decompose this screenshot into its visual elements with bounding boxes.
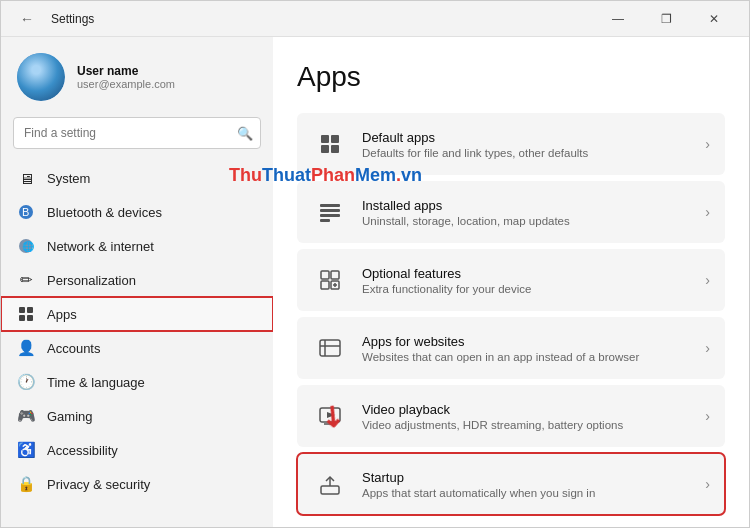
maximize-button[interactable]: ❐ bbox=[643, 1, 689, 37]
accounts-icon: 👤 bbox=[17, 339, 35, 357]
svg-rect-14 bbox=[320, 214, 340, 217]
sidebar-label-gaming: Gaming bbox=[47, 409, 93, 424]
sidebar-label-time: Time & language bbox=[47, 375, 145, 390]
video-playback-chevron: › bbox=[705, 408, 710, 424]
personalization-icon: ✏ bbox=[17, 271, 35, 289]
svg-rect-6 bbox=[19, 315, 25, 321]
apps-websites-text: Apps for websites Websites that can open… bbox=[362, 334, 691, 363]
optional-features-icon bbox=[312, 262, 348, 298]
page-title: Apps bbox=[297, 61, 725, 93]
svg-rect-7 bbox=[27, 315, 33, 321]
settings-item-apps-websites[interactable]: Apps for websites Websites that can open… bbox=[297, 317, 725, 379]
time-icon: 🕐 bbox=[17, 373, 35, 391]
apps-websites-icon bbox=[312, 330, 348, 366]
sidebar-item-privacy[interactable]: 🔒 Privacy & security bbox=[1, 467, 273, 501]
default-apps-desc: Defaults for file and link types, other … bbox=[362, 147, 691, 159]
window-controls: — ❐ ✕ bbox=[595, 1, 737, 37]
gaming-icon: 🎮 bbox=[17, 407, 35, 425]
settings-window: ← Settings — ❐ ✕ User name user@example.… bbox=[0, 0, 750, 528]
installed-apps-icon bbox=[312, 194, 348, 230]
svg-rect-22 bbox=[320, 340, 340, 356]
bluetooth-icon: B bbox=[17, 203, 35, 221]
apps-icon bbox=[17, 305, 35, 323]
title-bar: ← Settings — ❐ ✕ bbox=[1, 1, 749, 37]
sidebar-item-accounts[interactable]: 👤 Accounts bbox=[1, 331, 273, 365]
default-apps-chevron: › bbox=[705, 136, 710, 152]
sidebar-label-apps: Apps bbox=[47, 307, 77, 322]
accessibility-icon: ♿ bbox=[17, 441, 35, 459]
privacy-icon: 🔒 bbox=[17, 475, 35, 493]
svg-rect-5 bbox=[27, 307, 33, 313]
avatar[interactable] bbox=[17, 53, 65, 101]
svg-rect-4 bbox=[19, 307, 25, 313]
main-content: Apps Default apps Defaults for bbox=[273, 37, 749, 527]
sidebar-item-accessibility[interactable]: ♿ Accessibility bbox=[1, 433, 273, 467]
avatar-image bbox=[17, 53, 65, 101]
video-playback-label: Video playback bbox=[362, 402, 691, 417]
startup-text: Startup Apps that start automatically wh… bbox=[362, 470, 691, 499]
startup-label: Startup bbox=[362, 470, 691, 485]
user-name: User name bbox=[77, 64, 175, 78]
window-title: Settings bbox=[51, 12, 94, 26]
svg-marker-26 bbox=[327, 412, 335, 418]
sidebar: User name user@example.com 🔍 🖥 System bbox=[1, 37, 273, 527]
startup-icon bbox=[312, 466, 348, 502]
installed-apps-label: Installed apps bbox=[362, 198, 691, 213]
apps-websites-chevron: › bbox=[705, 340, 710, 356]
video-playback-text: Video playback Video adjustments, HDR st… bbox=[362, 402, 691, 431]
svg-rect-10 bbox=[321, 145, 329, 153]
system-icon: 🖥 bbox=[17, 169, 35, 187]
svg-rect-11 bbox=[331, 145, 339, 153]
video-playback-desc: Video adjustments, HDR streaming, batter… bbox=[362, 419, 691, 431]
content-area: User name user@example.com 🔍 🖥 System bbox=[1, 37, 749, 527]
sidebar-label-network: Network & internet bbox=[47, 239, 154, 254]
svg-rect-8 bbox=[321, 135, 329, 143]
user-email: user@example.com bbox=[77, 78, 175, 90]
installed-apps-text: Installed apps Uninstall, storage, locat… bbox=[362, 198, 691, 227]
optional-features-desc: Extra functionality for your device bbox=[362, 283, 691, 295]
settings-item-optional-features[interactable]: Optional features Extra functionality fo… bbox=[297, 249, 725, 311]
default-apps-icon bbox=[312, 126, 348, 162]
svg-rect-17 bbox=[331, 271, 339, 279]
optional-features-text: Optional features Extra functionality fo… bbox=[362, 266, 691, 295]
startup-chevron: › bbox=[705, 476, 710, 492]
installed-apps-chevron: › bbox=[705, 204, 710, 220]
search-box: 🔍 bbox=[13, 117, 261, 149]
sidebar-label-accounts: Accounts bbox=[47, 341, 100, 356]
sidebar-item-bluetooth[interactable]: B Bluetooth & devices bbox=[1, 195, 273, 229]
sidebar-label-bluetooth: Bluetooth & devices bbox=[47, 205, 162, 220]
search-icon: 🔍 bbox=[237, 126, 253, 141]
sidebar-item-personalization[interactable]: ✏ Personalization bbox=[1, 263, 273, 297]
sidebar-item-system[interactable]: 🖥 System bbox=[1, 161, 273, 195]
settings-item-installed-apps[interactable]: Installed apps Uninstall, storage, locat… bbox=[297, 181, 725, 243]
video-playback-icon bbox=[312, 398, 348, 434]
svg-rect-15 bbox=[320, 219, 330, 222]
svg-rect-12 bbox=[320, 204, 340, 207]
svg-text:B: B bbox=[22, 206, 29, 218]
user-section: User name user@example.com bbox=[1, 37, 273, 113]
svg-rect-16 bbox=[321, 271, 329, 279]
sidebar-item-network[interactable]: 🌐 Network & internet bbox=[1, 229, 273, 263]
sidebar-item-time[interactable]: 🕐 Time & language bbox=[1, 365, 273, 399]
settings-item-default-apps[interactable]: Default apps Defaults for file and link … bbox=[297, 113, 725, 175]
back-button[interactable]: ← bbox=[13, 5, 41, 33]
sidebar-item-gaming[interactable]: 🎮 Gaming bbox=[1, 399, 273, 433]
nav-list: 🖥 System B Bluetooth & devices bbox=[1, 157, 273, 505]
apps-websites-desc: Websites that can open in an app instead… bbox=[362, 351, 691, 363]
startup-desc: Apps that start automatically when you s… bbox=[362, 487, 691, 499]
apps-websites-label: Apps for websites bbox=[362, 334, 691, 349]
title-bar-left: ← Settings bbox=[13, 5, 94, 33]
settings-list: Default apps Defaults for file and link … bbox=[297, 113, 725, 515]
close-button[interactable]: ✕ bbox=[691, 1, 737, 37]
sidebar-label-privacy: Privacy & security bbox=[47, 477, 150, 492]
svg-text:🌐: 🌐 bbox=[22, 240, 35, 253]
minimize-button[interactable]: — bbox=[595, 1, 641, 37]
user-info: User name user@example.com bbox=[77, 64, 175, 90]
settings-item-startup[interactable]: Startup Apps that start automatically wh… bbox=[297, 453, 725, 515]
sidebar-label-system: System bbox=[47, 171, 90, 186]
sidebar-item-apps[interactable]: Apps bbox=[1, 297, 273, 331]
svg-rect-28 bbox=[321, 486, 339, 494]
optional-features-chevron: › bbox=[705, 272, 710, 288]
settings-item-video-playback[interactable]: Video playback Video adjustments, HDR st… bbox=[297, 385, 725, 447]
search-input[interactable] bbox=[13, 117, 261, 149]
